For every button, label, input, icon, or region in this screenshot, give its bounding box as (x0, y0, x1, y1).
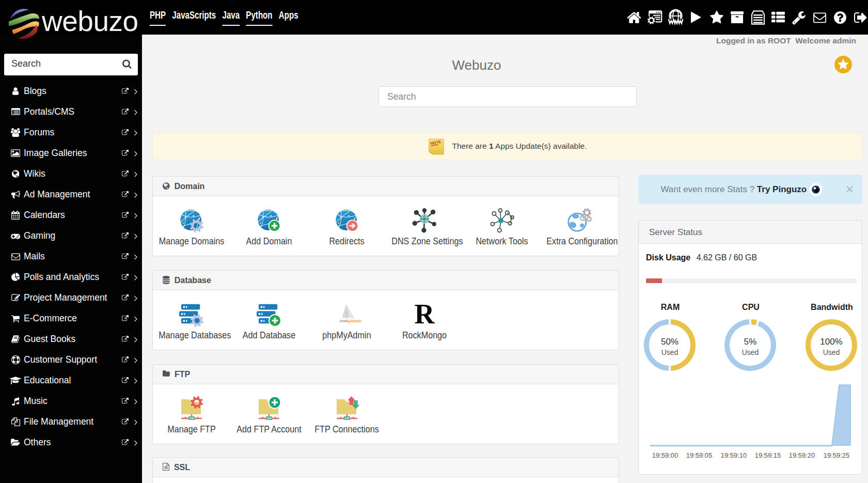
svg-text:FTP: FTP (190, 417, 194, 420)
svg-text:FTP: FTP (267, 417, 272, 420)
svg-text:MyAdmin: MyAdmin (345, 319, 361, 323)
svg-text:php: php (339, 319, 345, 322)
svg-text:FTP: FTP (344, 417, 349, 420)
